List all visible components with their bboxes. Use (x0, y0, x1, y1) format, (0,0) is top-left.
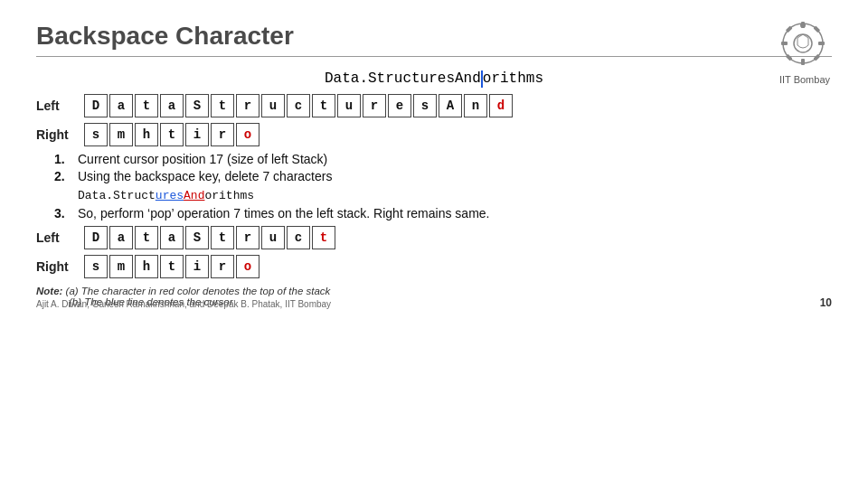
char-t7-red: t (312, 226, 335, 249)
char-a4: a (160, 226, 184, 249)
right-label-1: Right (36, 127, 83, 142)
char-a3: a (109, 226, 133, 249)
char-c2: c (287, 226, 310, 249)
char-t4: t (160, 123, 184, 146)
right-label-2: Right (36, 259, 83, 274)
char-h1: h (135, 123, 158, 146)
char-t5: t (135, 226, 158, 249)
char-i1: i (185, 123, 209, 146)
char-A1: A (439, 94, 462, 117)
char-s3: s (84, 255, 108, 278)
svg-rect-4 (781, 42, 788, 45)
char-a1: a (109, 94, 133, 117)
char-e1: e (388, 94, 411, 117)
left-label-1: Left (36, 99, 83, 113)
list-item-1: 1. Current cursor position 17 (size of l… (54, 152, 832, 166)
cursor-prefix: Data.StructuresAnd (325, 70, 481, 87)
footer-credit: Ajit A. Diwan, Ganesh Ramakrishnan, and … (36, 299, 331, 309)
char-h2: h (135, 255, 158, 278)
char-t2: t (211, 94, 234, 117)
char-r5: r (211, 255, 234, 278)
char-t1: t (135, 94, 158, 117)
char-S: S (185, 94, 209, 117)
char-u2: u (337, 94, 361, 117)
blue-cursor (481, 70, 483, 88)
char-s1: s (413, 94, 437, 117)
char-S2: S (185, 226, 209, 249)
char-t3: t (312, 94, 335, 117)
char-r2: r (363, 94, 386, 117)
char-n1: n (464, 94, 487, 117)
char-D2: D (84, 226, 108, 249)
svg-point-10 (800, 23, 806, 28)
iit-logo (778, 18, 832, 72)
note-bold: Note: (36, 286, 62, 296)
char-r1: r (236, 94, 259, 117)
char-m1: m (109, 123, 133, 146)
char-m2: m (109, 255, 133, 278)
strikethrough-display: Data.StructuresAndorithms (78, 186, 832, 202)
svg-rect-5 (818, 42, 825, 45)
char-D: D (84, 94, 108, 117)
page-title: Backspace Character (36, 22, 832, 51)
char-i2: i (185, 255, 209, 278)
char-r3: r (211, 123, 234, 146)
svg-rect-3 (801, 59, 805, 65)
char-o1-red: o (236, 123, 259, 146)
left-label-2: Left (36, 230, 83, 245)
right-row-1: Right s m h t i r o (36, 123, 832, 146)
char-t8: t (160, 255, 184, 278)
char-c1: c (287, 94, 310, 117)
char-o2-red: o (236, 255, 259, 278)
char-d1-red: d (489, 94, 513, 117)
cursor-suffix: orithms (483, 70, 543, 87)
char-a2: a (160, 94, 184, 117)
right-row-2: Right s m h t i r o (36, 255, 832, 278)
char-u1: u (261, 94, 285, 117)
list-item-2: 2. Using the backspace key, delete 7 cha… (54, 169, 832, 183)
cursor-string-display: Data.StructuresAndorithms (36, 70, 832, 87)
divider (36, 56, 832, 57)
left-row-1: Left D a t a S t r u c t u r e s A n d (36, 94, 832, 117)
char-r4: r (236, 226, 259, 249)
list-section: 1. Current cursor position 17 (size of l… (54, 152, 832, 221)
footer-page-number: 10 (820, 296, 832, 309)
left-row-2: Left D a t a S t r u c t (36, 226, 832, 249)
char-u3: u (261, 226, 285, 249)
char-t6: t (211, 226, 234, 249)
note-a: (a) The character in red color denotes t… (66, 286, 331, 296)
svg-point-1 (794, 34, 812, 52)
list-item-3: 3. So, perform ‘pop’ operation 7 times o… (54, 206, 832, 221)
char-s2: s (84, 123, 108, 146)
